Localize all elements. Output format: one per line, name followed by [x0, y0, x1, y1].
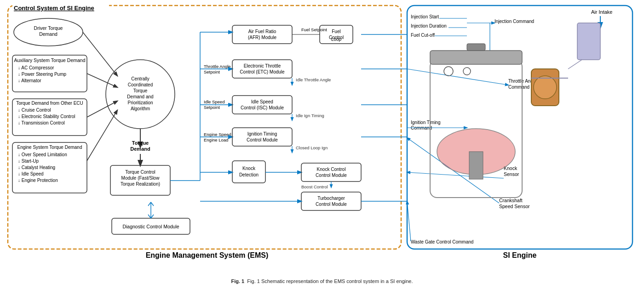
caption-text: Fig. 1 Schematic representation of the E… [247, 278, 413, 284]
svg-text:Demand and: Demand and [127, 94, 153, 99]
svg-rect-66 [232, 96, 292, 114]
main-container: Control System of SI Engine Driver Torqu… [0, 0, 644, 289]
svg-rect-83 [301, 163, 361, 181]
svg-text:Air Fuel Ratio: Air Fuel Ratio [248, 29, 276, 34]
svg-text:Boost Control: Boost Control [301, 184, 328, 189]
svg-text:↓ Transmission Control: ↓ Transmission Control [18, 120, 65, 125]
svg-text:Setpoint: Setpoint [204, 69, 220, 74]
svg-rect-134 [430, 51, 522, 64]
svg-text:Fuel Cut-off: Fuel Cut-off [411, 33, 435, 38]
svg-text:Ignition Timing: Ignition Timing [247, 131, 277, 136]
svg-line-96 [148, 202, 151, 206]
svg-text:Demand: Demand [39, 31, 58, 37]
svg-point-139 [534, 76, 557, 99]
svg-text:Turbocharger: Turbocharger [317, 196, 345, 201]
svg-text:Loop: Loop [331, 37, 342, 42]
svg-rect-45 [232, 25, 292, 44]
svg-text:Fuel: Fuel [332, 29, 340, 34]
svg-rect-0 [8, 6, 401, 249]
svg-text:Torque Demand from Other ECU: Torque Demand from Other ECU [16, 101, 83, 106]
svg-text:Engine Speed: Engine Speed [204, 132, 231, 137]
svg-line-27 [87, 110, 117, 161]
svg-text:Torque: Torque [133, 88, 148, 93]
svg-line-117 [407, 69, 508, 85]
svg-text:Control System of SI Engine: Control System of SI Engine [14, 5, 94, 11]
svg-text:Throttle Angle: Throttle Angle [204, 64, 231, 69]
svg-text:Fuel Setpoint: Fuel Setpoint [301, 27, 327, 32]
svg-text:Control (ETC) Module: Control (ETC) Module [240, 69, 285, 74]
svg-line-97 [151, 202, 154, 206]
svg-text:Injection Duration: Injection Duration [411, 23, 447, 28]
svg-text:Ignition Timing: Ignition Timing [411, 120, 440, 125]
svg-text:Injection Command: Injection Command [494, 19, 534, 24]
svg-text:Engine System Torque Demand: Engine System Torque Demand [17, 145, 82, 150]
svg-text:(AFR) Module: (AFR) Module [248, 35, 277, 40]
svg-text:Algorithm: Algorithm [131, 106, 150, 111]
svg-text:↓ Cruise Control: ↓ Cruise Control [18, 108, 51, 113]
svg-text:Prioritization: Prioritization [127, 100, 153, 105]
svg-point-135 [444, 67, 453, 76]
si-bottom-label: SI Engine [503, 251, 537, 259]
svg-text:Idle Throttle Angle: Idle Throttle Angle [296, 77, 331, 82]
svg-text:Auxiliary System Torque Demand: Auxiliary System Torque Demand [14, 57, 85, 63]
svg-line-25 [87, 74, 117, 87]
svg-line-99 [151, 215, 154, 218]
svg-text:Control Module: Control Module [316, 173, 347, 178]
full-diagram: Control System of SI Engine Driver Torqu… [7, 5, 637, 276]
svg-point-136 [463, 68, 471, 75]
svg-text:Knock Control: Knock Control [317, 167, 346, 172]
svg-text:Control Module: Control Module [316, 202, 347, 207]
svg-text:Command: Command [508, 85, 529, 90]
svg-text:Torque: Torque [132, 140, 149, 146]
svg-rect-133 [469, 152, 483, 179]
svg-rect-140 [577, 23, 600, 60]
svg-text:Module (Fast/Slow: Module (Fast/Slow [121, 176, 160, 181]
svg-rect-88 [301, 192, 361, 210]
svg-text:Idle Ign Timing: Idle Ign Timing [296, 113, 324, 118]
svg-text:Diagnostic Control Module: Diagnostic Control Module [122, 224, 179, 229]
ems-bottom-label: Engine Management System (EMS) [146, 251, 269, 259]
svg-text:Control Module: Control Module [247, 137, 278, 142]
svg-line-98 [148, 215, 151, 218]
svg-line-141 [568, 60, 582, 69]
svg-text:↓ AC Compressor: ↓ AC Compressor [18, 65, 54, 70]
svg-rect-137 [467, 44, 485, 51]
svg-text:Idle Speed: Idle Speed [251, 99, 273, 104]
svg-text:Waste Gate Control Command: Waste Gate Control Command [411, 239, 473, 244]
svg-text:↓ Start-Up: ↓ Start-Up [18, 159, 39, 164]
svg-text:Setpoint: Setpoint [204, 105, 220, 110]
svg-rect-79 [232, 161, 265, 183]
svg-text:↓ Over Speed Limitation: ↓ Over Speed Limitation [18, 152, 67, 157]
svg-text:↓ Power Steering Pump: ↓ Power Steering Pump [18, 72, 66, 77]
svg-text:↓ Alternator: ↓ Alternator [18, 78, 41, 83]
svg-text:Speed Sensor: Speed Sensor [499, 204, 530, 209]
svg-text:Crankshaft: Crankshaft [499, 198, 523, 203]
svg-text:↓ Idle Speed: ↓ Idle Speed [18, 171, 44, 176]
figure-caption: Fig. 1 Fig. 1 Schematic representation o… [7, 278, 637, 284]
svg-text:Demand: Demand [130, 146, 150, 152]
svg-text:Sensor: Sensor [504, 171, 519, 177]
svg-text:Knock: Knock [242, 166, 256, 171]
svg-text:Torque Realization): Torque Realization) [121, 181, 160, 187]
svg-text:↓ Engine Protection: ↓ Engine Protection [18, 178, 58, 183]
svg-text:Driver Torque: Driver Torque [34, 25, 63, 31]
svg-text:Electronic Throttle: Electronic Throttle [244, 63, 281, 68]
svg-text:Idle Speed: Idle Speed [204, 99, 224, 104]
svg-text:↓ Electronic Stability Control: ↓ Electronic Stability Control [18, 114, 75, 119]
svg-line-24 [83, 32, 117, 76]
svg-text:Control (ISC) Module: Control (ISC) Module [241, 105, 284, 110]
svg-rect-58 [232, 60, 292, 78]
svg-text:Engine Load: Engine Load [204, 137, 228, 142]
svg-text:Air Intake: Air Intake [591, 9, 612, 15]
svg-text:Centrally: Centrally [131, 76, 149, 81]
svg-text:Torque Control: Torque Control [125, 170, 155, 175]
svg-rect-74 [232, 128, 292, 146]
svg-text:Closed Loop Ign: Closed Loop Ign [296, 145, 328, 150]
svg-text:Injection Start: Injection Start [411, 14, 439, 19]
svg-text:Detection: Detection [239, 172, 259, 177]
diagram-svg: Control System of SI Engine Driver Torqu… [7, 5, 637, 276]
svg-text:Coordinated: Coordinated [128, 82, 153, 87]
svg-text:↓ Catalyst Heating: ↓ Catalyst Heating [18, 165, 55, 170]
